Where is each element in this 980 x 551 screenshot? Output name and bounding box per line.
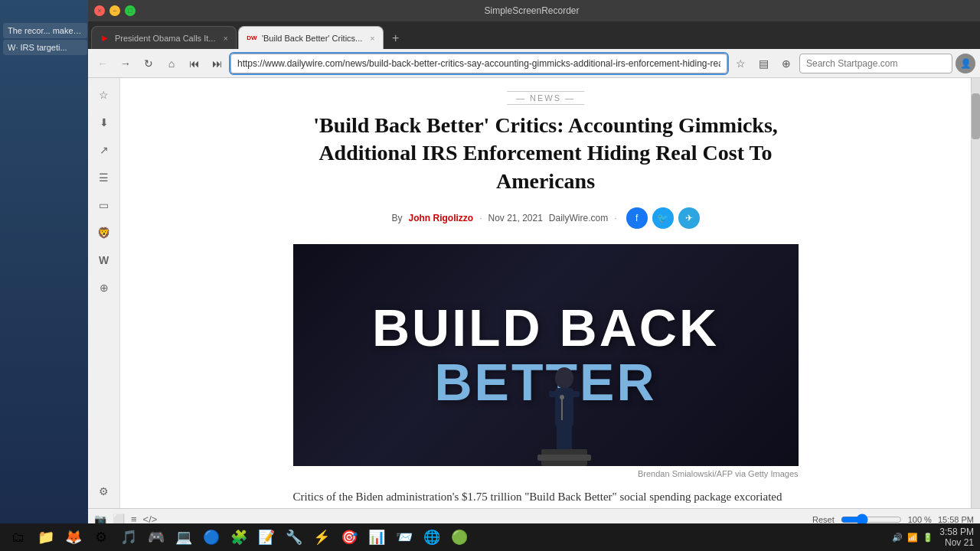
sidebar: ☆ ⬇ ↗ ☰ ▭ 🦁 W ⊕ ⚙ (88, 78, 120, 508)
reload-button[interactable]: ↻ (139, 54, 158, 73)
bookmark-star-button[interactable]: ☆ (730, 54, 750, 73)
minimize-button[interactable]: − (109, 5, 120, 16)
taskbar-notes-icon[interactable]: 📝 (254, 525, 279, 549)
taskbar-date: Nov 21 (939, 537, 974, 548)
figure-silhouette (534, 359, 595, 466)
status-time: 15:58 PM (938, 515, 974, 524)
article-image-container: BUILD BACK BETTER (293, 244, 799, 481)
svg-point-0 (555, 367, 573, 389)
author-by-label: By (391, 213, 402, 223)
url-bar[interactable] (230, 54, 727, 73)
twitter-share-button[interactable]: 🐦 (652, 207, 674, 229)
taskbar-lightning-icon[interactable]: ⚡ (309, 525, 334, 549)
taskbar-steam-icon[interactable]: 🎮 (144, 525, 168, 549)
taskbar-settings-icon[interactable]: ⚙ (89, 525, 113, 549)
desktop-item-2[interactable]: W· IRS targeti... (3, 40, 87, 55)
svg-point-9 (560, 395, 564, 399)
telegram-share-button[interactable]: ✈ (678, 207, 700, 229)
maximize-button[interactable]: □ (125, 5, 136, 16)
bbb-line1: BUILD BACK (372, 301, 719, 355)
toolbar-menu-button[interactable]: ▤ (753, 54, 773, 73)
taskbar-clock: 3:58 PM Nov 21 (939, 527, 974, 548)
main-content[interactable]: — NEWS — 'Build Back Better' Critics: Ac… (120, 78, 971, 508)
browser-window: × − □ SimpleScreenRecorder ▶ President O… (88, 0, 980, 530)
titlebar: × − □ SimpleScreenRecorder (88, 0, 980, 21)
tab-favicon-yt: ▶ (100, 33, 110, 44)
taskbar-target-icon[interactable]: 🎯 (337, 525, 361, 549)
titlebar-left: × − □ (94, 5, 136, 16)
sys-icon-3: 🔋 (923, 533, 933, 543)
tab-2-close[interactable]: × (370, 34, 374, 43)
sidebar-download-icon[interactable]: ⬇ (93, 112, 115, 133)
sidebar-settings-icon[interactable]: ⚙ (93, 481, 115, 502)
titlebar-title: SimpleScreenRecorder (484, 5, 579, 16)
taskbar-sys-icons: 🔊 📶 🔋 (892, 533, 933, 543)
toolbar: ← → ↻ ⌂ ⏮ ⏭ ☆ ▤ ⊕ 👤 (88, 49, 980, 78)
taskbar-firefox-icon[interactable]: 🦊 (61, 525, 86, 549)
desktop-icon-area: The recor... make the... W· IRS targeti.… (3, 23, 87, 55)
sidebar-reader-icon[interactable]: ▭ (93, 194, 115, 216)
tab-1-close[interactable]: × (223, 34, 227, 43)
close-button[interactable]: × (94, 5, 105, 16)
forward-button[interactable]: → (116, 54, 136, 73)
sidebar-brave-icon[interactable]: 🦁 (93, 222, 115, 243)
browser-scrollbar[interactable] (971, 78, 980, 508)
taskbar-blue-icon[interactable]: 🔵 (199, 525, 224, 549)
sidebar-wikipedia-icon[interactable]: W (93, 249, 115, 271)
article-publication[interactable]: DailyWire.com (549, 213, 608, 223)
svg-rect-3 (569, 391, 580, 397)
back-button[interactable]: ← (93, 54, 113, 73)
reset-label[interactable]: Reset (812, 515, 835, 524)
search-bar[interactable] (799, 54, 952, 73)
article-title: 'Build Back Better' Critics: Accounting … (293, 112, 799, 195)
meta-dot-2: · (614, 213, 616, 223)
nav-next-button[interactable]: ⏭ (207, 54, 227, 73)
taskbar: 🗂 📁 🦊 ⚙ 🎵 🎮 💻 🔵 🧩 📝 🔧 ⚡ 🎯 📊 📨 🌐 🟢 🔊 📶 🔋 … (0, 523, 980, 551)
user-avatar[interactable]: 👤 (956, 54, 975, 73)
taskbar-mail-icon[interactable]: 📨 (392, 525, 416, 549)
image-caption: Brendan Smialowski/AFP via Getty Images (293, 466, 799, 481)
taskbar-files-icon[interactable]: 🗂 (6, 525, 31, 549)
sidebar-bookmark-icon[interactable]: ☆ (93, 84, 115, 106)
article-image: BUILD BACK BETTER (293, 244, 799, 466)
taskbar-vscode-icon[interactable]: 💻 (172, 525, 196, 549)
taskbar-sys-tray: 🔊 📶 🔋 3:58 PM Nov 21 (892, 527, 974, 548)
zoom-value: 100 % (908, 515, 932, 524)
taskbar-green-icon[interactable]: 🟢 (447, 525, 472, 549)
tab-2-label: 'Build Back Better' Critics... (262, 34, 362, 43)
sidebar-add-icon[interactable]: ⊕ (93, 277, 115, 298)
facebook-share-button[interactable]: f (626, 207, 648, 229)
sys-icon-2: 📶 (907, 533, 918, 543)
sidebar-history-icon[interactable]: ☰ (93, 167, 115, 188)
taskbar-music-icon[interactable]: 🎵 (116, 525, 141, 549)
tab-2[interactable]: DW 'Build Back Better' Critics... × (238, 26, 384, 49)
tab-1-label: President Obama Calls It... (115, 34, 215, 43)
zoom-button[interactable]: ⊕ (776, 54, 796, 73)
sidebar-share-icon[interactable]: ↗ (93, 139, 115, 161)
taskbar-folder-icon[interactable]: 📁 (34, 525, 58, 549)
home-button[interactable]: ⌂ (162, 54, 181, 73)
article-container: — NEWS — 'Build Back Better' Critics: Ac… (278, 78, 814, 508)
news-tag: — NEWS — (293, 93, 799, 103)
article-date: Nov 21, 2021 (488, 213, 542, 223)
svg-rect-7 (537, 455, 591, 461)
taskbar-puzzle-icon[interactable]: 🧩 (227, 525, 251, 549)
nav-prev-button[interactable]: ⏮ (185, 54, 204, 73)
sys-icon-1: 🔊 (892, 533, 903, 543)
meta-dot-1: · (479, 213, 482, 223)
new-tab-button[interactable]: + (385, 28, 407, 49)
tab-1[interactable]: ▶ President Obama Calls It... × (91, 26, 237, 49)
browser-body: ☆ ⬇ ↗ ☰ ▭ 🦁 W ⊕ ⚙ — NEWS — 'Build Back B… (88, 78, 980, 508)
author-name[interactable]: John Rigolizzo (408, 213, 473, 223)
article-body: Critics of the Biden administration's $1… (293, 487, 799, 508)
desktop-background (0, 0, 88, 551)
taskbar-wrench-icon[interactable]: 🔧 (282, 525, 306, 549)
taskbar-chart-icon[interactable]: 📊 (364, 525, 389, 549)
article-meta: By John Rigolizzo · Nov 21, 2021 DailyWi… (293, 207, 799, 229)
tab-favicon-dw: DW (247, 33, 257, 44)
svg-rect-2 (549, 391, 560, 397)
taskbar-globe-icon[interactable]: 🌐 (420, 525, 444, 549)
social-icons: f 🐦 ✈ (626, 207, 700, 229)
image-background: BUILD BACK BETTER (293, 244, 799, 466)
desktop-item-1[interactable]: The recor... make the... (3, 23, 87, 38)
